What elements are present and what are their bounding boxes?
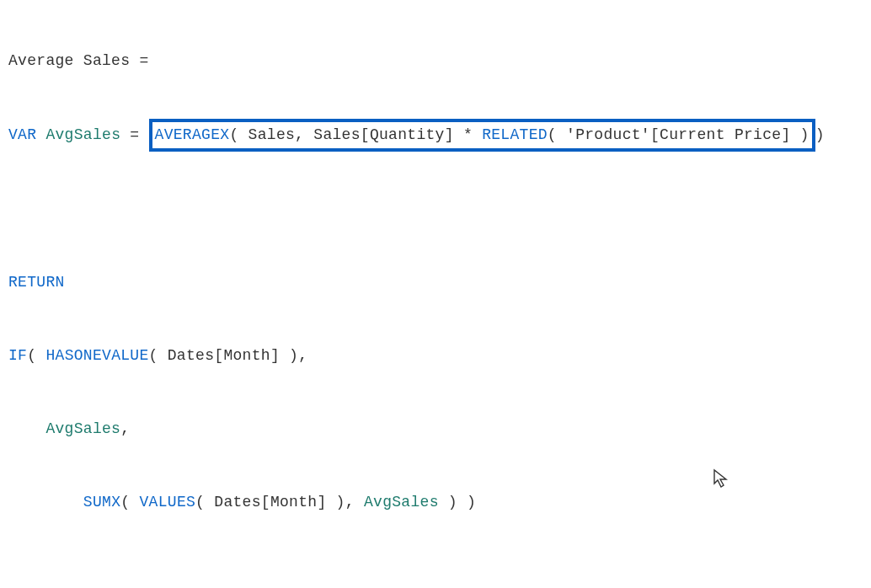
- var-ref-1: AvgSales: [8, 420, 120, 437]
- func-if: IF: [8, 347, 27, 364]
- close-paren: ): [815, 126, 825, 143]
- args-2: ( 'Product'[Current Price] ): [548, 126, 810, 143]
- indent: [8, 494, 83, 510]
- func-averagex: AVERAGEX: [155, 126, 230, 143]
- args-4: ( Dates[Month] ),: [195, 494, 364, 510]
- func-values: VALUES: [139, 494, 195, 510]
- keyword-var: VAR: [8, 126, 36, 143]
- args-3: ( Dates[Month] ),: [149, 347, 308, 364]
- args-1: ( Sales, Sales[Quantity] *: [229, 126, 482, 143]
- close-parens: ) ): [439, 494, 476, 510]
- func-sumx: SUMX: [83, 494, 120, 510]
- equals: =: [120, 126, 148, 143]
- var-ref-2: AvgSales: [364, 494, 439, 510]
- highlighted-expression: AVERAGEX( Sales, Sales[Quantity] * RELAT…: [149, 119, 815, 152]
- dax-formula-editor[interactable]: Average Sales = VAR AvgSales = AVERAGEX(…: [0, 0, 871, 548]
- func-hasonevalue: HASONEVALUE: [45, 347, 148, 364]
- keyword-return: RETURN: [8, 274, 65, 291]
- measure-name: Average Sales =: [8, 52, 149, 69]
- paren-open: (: [27, 347, 45, 364]
- comma: ,: [120, 420, 130, 437]
- var-name: AvgSales: [36, 126, 120, 143]
- mouse-cursor-icon: [713, 468, 729, 494]
- func-related: RELATED: [482, 126, 548, 143]
- paren-open-2: (: [120, 494, 139, 510]
